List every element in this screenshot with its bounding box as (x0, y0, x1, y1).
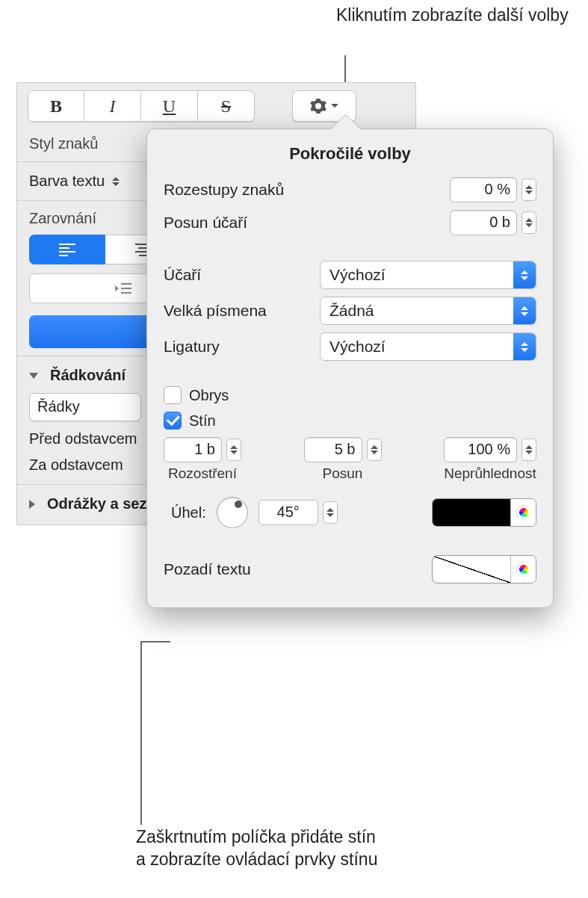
offset-stepper[interactable]: 5 b (304, 437, 382, 462)
baseline-value: Výchozí (321, 261, 513, 288)
caps-row: Velká písmena Žádná (164, 297, 536, 325)
callout-bottom-text: Zaškrtnutím políčka přidáte stín a zobra… (136, 827, 377, 869)
italic-button[interactable]: I (84, 90, 141, 122)
text-bg-label: Pozadí textu (164, 560, 432, 578)
ligatures-row: Ligatury Výchozí (164, 332, 536, 361)
text-bg-color-well[interactable] (432, 555, 536, 583)
line-spacing-label: Řádkování (50, 367, 126, 384)
baseline-shift-stepper[interactable]: 0 b (450, 210, 536, 235)
stepper-icon[interactable] (522, 211, 536, 234)
outline-checkbox[interactable] (164, 386, 182, 404)
after-paragraph-label: Za odstavcem (29, 456, 123, 474)
stepper-icon[interactable] (323, 501, 338, 524)
angle-value[interactable]: 45° (259, 500, 318, 525)
outline-row: Obrys (164, 386, 536, 404)
text-bg-swatch[interactable] (433, 556, 510, 583)
caps-value: Žádná (321, 297, 513, 324)
disclosure-right-icon (29, 500, 35, 509)
baseline-select[interactable]: Výchozí (320, 261, 536, 289)
baseline-label: Účaří (164, 266, 320, 284)
angle-stepper[interactable]: 45° (259, 500, 338, 525)
callout-top: Kliknutím zobrazíte další volby (336, 4, 575, 27)
bold-button[interactable]: B (28, 90, 84, 122)
strikethrough-button[interactable]: S (198, 90, 255, 122)
stepper-icon[interactable] (522, 179, 536, 201)
angle-label: Úhel: (171, 504, 206, 521)
stepper-icon[interactable] (226, 439, 241, 461)
angle-dial[interactable] (217, 497, 248, 528)
stepper-icon[interactable] (367, 439, 382, 461)
baseline-shift-value[interactable]: 0 b (450, 210, 517, 235)
ligatures-select[interactable]: Výchozí (320, 332, 536, 361)
callout-top-text: Kliknutím zobrazíte další volby (336, 5, 569, 25)
shadow-label: Stín (189, 412, 216, 430)
disclosure-down-icon (29, 373, 38, 379)
select-arrows-icon (513, 297, 536, 324)
color-wheel-icon (516, 562, 531, 577)
text-bg-row: Pozadí textu (164, 555, 536, 583)
blur-label: Rozostření (168, 465, 237, 482)
text-style-group: B I U S (28, 90, 255, 122)
blur-stepper[interactable]: 1 b (164, 437, 241, 462)
baseline-shift-row: Posun účaří 0 b (164, 210, 536, 235)
popover-title: Pokročilé volby (164, 144, 536, 164)
align-left-button[interactable] (29, 235, 105, 264)
opacity-col: 100 % Neprůhlednost (444, 437, 536, 482)
opacity-value[interactable]: 100 % (444, 437, 517, 462)
callout-bottom-line-h (140, 641, 170, 642)
shadow-controls: 1 b Rozostření 5 b Posun 100 % Neprůhled… (164, 437, 536, 482)
ligatures-value: Výchozí (321, 333, 513, 360)
select-arrows-icon (513, 333, 536, 360)
blur-value[interactable]: 1 b (164, 437, 222, 462)
char-spacing-label: Rozestupy znaků (164, 181, 450, 199)
outdent-icon (114, 282, 133, 295)
blur-col: 1 b Rozostření (164, 437, 241, 482)
shadow-checkbox[interactable] (164, 412, 182, 430)
advanced-options-popover: Pokročilé volby Rozestupy znaků 0 % Posu… (146, 128, 554, 608)
opacity-stepper[interactable]: 100 % (444, 437, 536, 462)
shadow-color-swatch[interactable] (433, 499, 510, 526)
char-spacing-row: Rozestupy znaků 0 % (164, 177, 536, 202)
lines-select-value: Řádky (30, 394, 140, 421)
before-paragraph-label: Před odstavcem (29, 430, 137, 448)
char-spacing-stepper[interactable]: 0 % (450, 177, 536, 202)
gear-icon (309, 97, 327, 115)
shadow-color-well[interactable] (432, 498, 536, 527)
baseline-row: Účaří Výchozí (164, 261, 536, 289)
stepper-icon[interactable] (522, 439, 536, 461)
callout-bottom-line-v (140, 641, 142, 825)
opacity-label: Neprůhlednost (444, 465, 536, 482)
char-spacing-value[interactable]: 0 % (450, 177, 517, 202)
color-picker-button[interactable] (510, 556, 536, 583)
ligatures-label: Ligatury (164, 338, 320, 356)
text-color-label: Barva textu (29, 173, 105, 190)
offset-label: Posun (323, 465, 363, 482)
offset-col: 5 b Posun (304, 437, 382, 482)
caps-label: Velká písmena (164, 302, 320, 320)
color-wheel-icon (516, 505, 531, 520)
shadow-row: Stín (164, 412, 536, 430)
align-left-icon (58, 242, 77, 257)
baseline-shift-label: Posun účaří (164, 214, 450, 232)
offset-value[interactable]: 5 b (304, 437, 362, 462)
color-picker-button[interactable] (510, 499, 536, 526)
callout-bottom: Zaškrtnutím políčka přidáte stín a zobra… (136, 826, 390, 871)
lines-select[interactable]: Řádky (29, 393, 141, 421)
underline-button[interactable]: U (141, 90, 198, 122)
chevron-down-icon (330, 103, 339, 109)
outline-label: Obrys (189, 387, 229, 404)
select-arrows-icon (513, 261, 536, 288)
text-color-popup[interactable] (112, 173, 124, 190)
caps-select[interactable]: Žádná (320, 297, 536, 325)
angle-row: Úhel: 45° (164, 497, 536, 528)
